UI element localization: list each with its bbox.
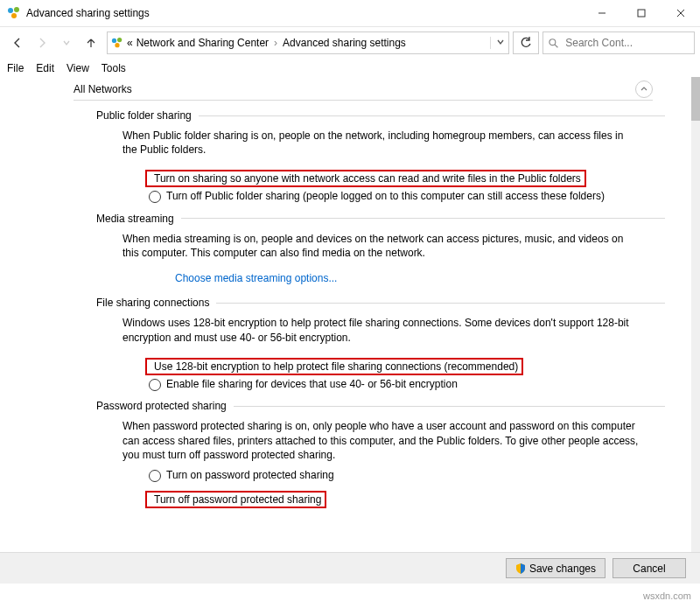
svg-point-1 (14, 7, 19, 12)
scrollbar-thumb[interactable] (691, 77, 700, 121)
menu-edit[interactable]: Edit (36, 62, 54, 74)
collapse-toggle[interactable] (635, 80, 653, 98)
svg-point-9 (115, 43, 119, 47)
group-public-sharing: Public folder sharing (96, 109, 665, 122)
window-title: Advanced sharing settings (26, 7, 582, 19)
divider (234, 406, 665, 407)
menu-bar: File Edit View Tools (0, 59, 700, 78)
menu-tools[interactable]: Tools (102, 62, 126, 74)
content-area: All Networks Public folder sharing When … (0, 77, 691, 569)
address-dropdown[interactable] (490, 37, 505, 49)
radio-40bit[interactable] (149, 379, 161, 391)
search-icon (549, 38, 558, 49)
svg-rect-4 (638, 10, 645, 17)
back-button[interactable] (5, 31, 30, 55)
highlight-public-on: Turn on sharing so anyone with network a… (145, 170, 586, 187)
highlight-128bit: Use 128-bit encryption to help protect f… (145, 358, 523, 375)
navigation-bar: « Network and Sharing Center › Advanced … (0, 27, 700, 59)
search-input[interactable] (564, 36, 689, 50)
radio-label[interactable]: Use 128-bit encryption to help protect f… (154, 360, 518, 373)
chevron-right-icon: › (274, 37, 277, 49)
breadcrumb-2[interactable]: Advanced sharing settings (283, 37, 406, 49)
divider (216, 303, 665, 304)
radio-row: Turn off Public folder sharing (people l… (149, 190, 665, 204)
media-options-link[interactable]: Choose media streaming options... (175, 272, 337, 284)
svg-point-2 (11, 13, 17, 18)
menu-view[interactable]: View (66, 62, 89, 74)
address-bar[interactable]: « Network and Sharing Center › Advanced … (107, 31, 509, 54)
bottom-bar: Save changes Cancel (0, 552, 700, 584)
title-bar: Advanced sharing settings (0, 0, 700, 27)
group-description: Windows uses 128-bit encryption to help … (122, 316, 639, 344)
radio-public-off[interactable] (149, 191, 161, 203)
shield-icon (515, 563, 526, 574)
group-title: Media streaming (96, 213, 174, 225)
svg-point-7 (112, 38, 116, 43)
group-description: When media streaming is on, people and d… (122, 232, 639, 260)
svg-point-8 (117, 38, 122, 42)
recent-dropdown[interactable] (54, 31, 79, 55)
group-password-sharing: Password protected sharing (96, 400, 665, 412)
crumb-up-glyph: « (127, 37, 133, 49)
radio-label[interactable]: Enable file sharing for devices that use… (166, 378, 458, 392)
maximize-button[interactable] (621, 0, 661, 26)
radio-row: Turn on password protected sharing (149, 469, 665, 483)
svg-line-11 (555, 44, 557, 46)
radio-row: Enable file sharing for devices that use… (149, 378, 665, 392)
group-title: Public folder sharing (96, 109, 192, 122)
up-button[interactable] (79, 31, 103, 55)
search-box[interactable] (542, 31, 695, 54)
radio-label[interactable]: Turn off Public folder sharing (people l… (166, 190, 605, 204)
vertical-scrollbar[interactable] (691, 77, 700, 569)
divider (199, 115, 665, 116)
radio-label[interactable]: Turn on sharing so anyone with network a… (154, 172, 581, 185)
divider (181, 218, 665, 219)
cancel-button[interactable]: Cancel (612, 558, 686, 578)
group-media-streaming: Media streaming (96, 213, 665, 225)
group-title: Password protected sharing (96, 400, 227, 412)
location-icon (111, 37, 123, 49)
refresh-button[interactable] (513, 31, 539, 54)
breadcrumb-1[interactable]: Network and Sharing Center (136, 37, 269, 49)
radio-label[interactable]: Turn on password protected sharing (166, 469, 334, 483)
highlight-password-off: Turn off password protected sharing (145, 491, 326, 508)
profile-header[interactable]: All Networks (74, 80, 653, 101)
menu-file[interactable]: File (7, 62, 24, 74)
save-changes-button[interactable]: Save changes (506, 558, 606, 578)
radio-password-on[interactable] (149, 470, 161, 482)
close-button[interactable] (661, 0, 700, 26)
radio-label[interactable]: Turn off password protected sharing (154, 493, 321, 506)
group-description: When password protected sharing is on, o… (122, 419, 639, 462)
profile-name: All Networks (74, 83, 132, 95)
button-label: Cancel (633, 563, 665, 575)
group-description: When Public folder sharing is on, people… (122, 129, 639, 157)
group-title: File sharing connections (96, 297, 209, 309)
button-label: Save changes (529, 563, 596, 575)
app-icon (7, 6, 21, 20)
forward-button[interactable] (30, 31, 54, 55)
minimize-button[interactable] (582, 0, 621, 26)
watermark: wsxdn.com (643, 591, 691, 601)
svg-point-0 (8, 8, 13, 13)
svg-point-10 (550, 38, 556, 45)
group-file-sharing: File sharing connections (96, 297, 665, 309)
